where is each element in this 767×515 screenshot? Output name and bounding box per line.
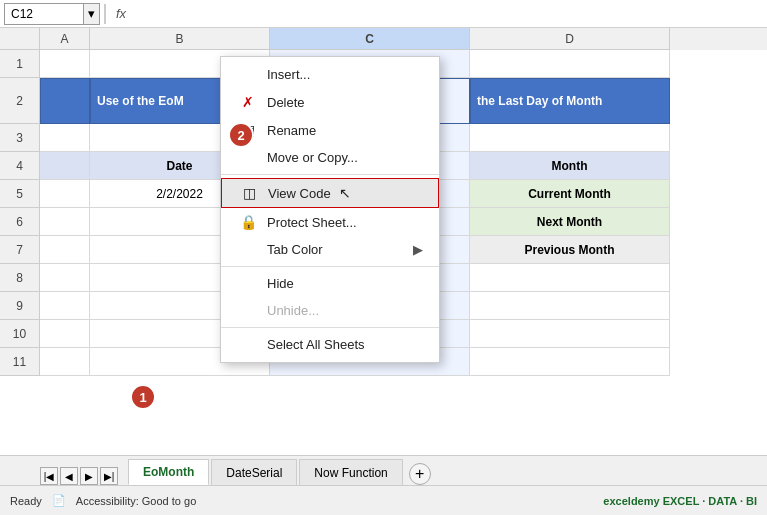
menu-item-unhide: Unhide... xyxy=(221,297,439,324)
header-spacer xyxy=(0,28,40,50)
cell-a10[interactable] xyxy=(40,320,90,348)
cell-d11[interactable] xyxy=(470,348,670,376)
row-header-5: 5 xyxy=(0,180,40,208)
tab-eomonth[interactable]: EoMonth xyxy=(128,459,209,485)
menu-item-tab-color-label: Tab Color xyxy=(267,242,323,257)
status-bar: Ready 📄 Accessibility: Good to go exceld… xyxy=(0,485,767,515)
menu-item-view-code[interactable]: ◫ View Code ↖ xyxy=(221,178,439,208)
row-header-8: 8 xyxy=(0,264,40,292)
cell-d2[interactable]: the Last Day of Month xyxy=(470,78,670,124)
next-month-label: Next Month xyxy=(537,215,602,229)
cell-a5[interactable] xyxy=(40,180,90,208)
tab-dateserial[interactable]: DateSerial xyxy=(211,459,297,485)
tab-nav-prev[interactable]: ◀ xyxy=(60,467,78,485)
spreadsheet: A B C D 1 2 Use of the EoM the Last Day … xyxy=(0,28,767,478)
cell-a9[interactable] xyxy=(40,292,90,320)
tab-nav-last[interactable]: ▶| xyxy=(100,467,118,485)
submenu-arrow-icon: ▶ xyxy=(413,242,423,257)
cell-d4[interactable]: Month xyxy=(470,152,670,180)
tab-add-button[interactable]: + xyxy=(409,463,431,485)
tab-bar: |◀ ◀ ▶ ▶| EoMonth DateSerial Now Functio… xyxy=(0,455,767,485)
row-header-1: 1 xyxy=(0,50,40,78)
cell-a7[interactable] xyxy=(40,236,90,264)
menu-item-delete-label: Delete xyxy=(267,95,305,110)
status-ready: Ready xyxy=(10,495,42,507)
menu-item-rename-label: Rename xyxy=(267,123,316,138)
menu-item-protect-sheet[interactable]: 🔒 Protect Sheet... xyxy=(221,208,439,236)
col-header-b[interactable]: B xyxy=(90,28,270,50)
cell-d7[interactable]: Previous Month xyxy=(470,236,670,264)
tab-now-function-label: Now Function xyxy=(314,466,387,480)
date-label: Date xyxy=(166,159,192,173)
menu-item-tab-color[interactable]: Tab Color ▶ xyxy=(221,236,439,263)
status-accessibility: Accessibility: Good to go xyxy=(76,495,196,507)
menu-item-hide[interactable]: Hide xyxy=(221,270,439,297)
cell-d5[interactable]: Current Month xyxy=(470,180,670,208)
month-label: Month xyxy=(552,159,588,173)
menu-item-rename[interactable]: ▤ Rename xyxy=(221,116,439,144)
menu-item-move-copy[interactable]: Move or Copy... xyxy=(221,144,439,171)
use-eomonth-label: Use of the EoM xyxy=(97,94,184,108)
tab-nav-next[interactable]: ▶ xyxy=(80,467,98,485)
tab-dateserial-label: DateSerial xyxy=(226,466,282,480)
row-header-2: 2 xyxy=(0,78,40,124)
fx-icon: fx xyxy=(116,6,126,21)
cell-a4[interactable] xyxy=(40,152,90,180)
col-header-c[interactable]: C xyxy=(270,28,470,50)
row-header-4: 4 xyxy=(0,152,40,180)
menu-item-select-all-label: Select All Sheets xyxy=(267,337,365,352)
menu-item-move-copy-label: Move or Copy... xyxy=(267,150,358,165)
menu-item-view-code-label: View Code xyxy=(268,186,331,201)
cell-d3[interactable] xyxy=(470,124,670,152)
previous-month-label: Previous Month xyxy=(524,243,614,257)
menu-item-hide-label: Hide xyxy=(267,276,294,291)
col-header-a[interactable]: A xyxy=(40,28,90,50)
menu-separator-1 xyxy=(221,174,439,175)
formula-bar-divider xyxy=(104,4,106,24)
menu-item-unhide-label: Unhide... xyxy=(267,303,319,318)
menu-item-insert[interactable]: Insert... xyxy=(221,61,439,88)
tab-eomonth-label: EoMonth xyxy=(143,465,194,479)
protect-sheet-icon: 🔒 xyxy=(237,214,259,230)
cell-ref-dropdown[interactable]: ▾ xyxy=(84,3,100,25)
cell-d6[interactable]: Next Month xyxy=(470,208,670,236)
cell-d10[interactable] xyxy=(470,320,670,348)
date-value: 2/2/2022 xyxy=(156,187,203,201)
row-header-3: 3 xyxy=(0,124,40,152)
row-header-11: 11 xyxy=(0,348,40,376)
cell-a11[interactable] xyxy=(40,348,90,376)
menu-separator-2 xyxy=(221,266,439,267)
menu-item-protect-sheet-label: Protect Sheet... xyxy=(267,215,357,230)
cell-ref-value: C12 xyxy=(11,7,33,21)
cell-d8[interactable] xyxy=(470,264,670,292)
tab-nav-first[interactable]: |◀ xyxy=(40,467,58,485)
col-header-d[interactable]: D xyxy=(470,28,670,50)
formula-bar: C12 ▾ fx xyxy=(0,0,767,28)
cell-reference-box[interactable]: C12 xyxy=(4,3,84,25)
menu-item-delete[interactable]: ✗ Delete xyxy=(221,88,439,116)
context-menu: Insert... ✗ Delete ▤ Rename Move or Copy… xyxy=(220,56,440,363)
cell-a6[interactable] xyxy=(40,208,90,236)
delete-icon: ✗ xyxy=(237,94,259,110)
row-header-6: 6 xyxy=(0,208,40,236)
cell-d1[interactable] xyxy=(470,50,670,78)
cell-a1[interactable] xyxy=(40,50,90,78)
row-header-9: 9 xyxy=(0,292,40,320)
badge-2: 2 xyxy=(228,122,254,148)
status-right: exceldemy EXCEL · DATA · BI xyxy=(603,495,757,507)
cell-a8[interactable] xyxy=(40,264,90,292)
menu-separator-3 xyxy=(221,327,439,328)
cell-a2[interactable] xyxy=(40,78,90,124)
menu-item-select-all[interactable]: Select All Sheets xyxy=(221,331,439,358)
badge-1: 1 xyxy=(130,384,156,410)
status-icon-page: 📄 xyxy=(52,494,66,507)
badge-2-label: 2 xyxy=(237,128,244,143)
column-headers: A B C D xyxy=(0,28,767,50)
view-code-icon: ◫ xyxy=(238,185,260,201)
last-day-label: the Last Day of Month xyxy=(477,94,602,108)
tab-now-function[interactable]: Now Function xyxy=(299,459,402,485)
cell-a3[interactable] xyxy=(40,124,90,152)
formula-icons: fx xyxy=(110,6,132,21)
menu-item-insert-label: Insert... xyxy=(267,67,310,82)
cell-d9[interactable] xyxy=(470,292,670,320)
